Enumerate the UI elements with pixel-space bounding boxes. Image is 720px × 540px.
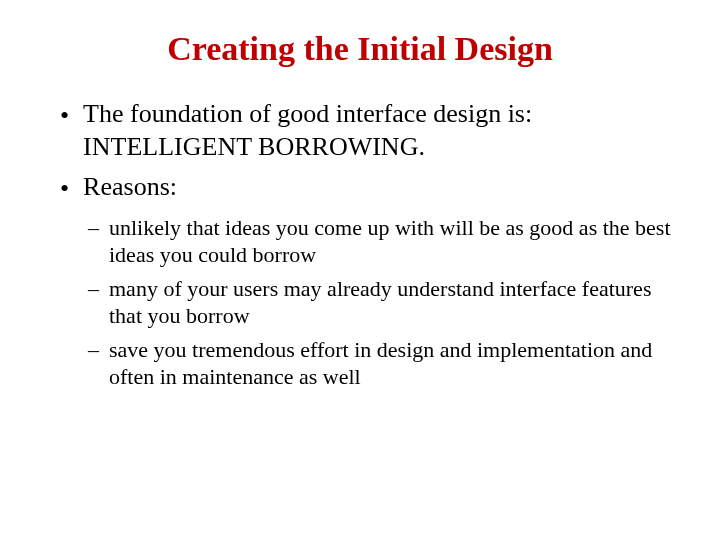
bullet-item: • The foundation of good interface desig… (60, 98, 680, 163)
main-bullet-list: • The foundation of good interface desig… (40, 98, 680, 206)
bullet-text: The foundation of good interface design … (83, 98, 680, 163)
sub-bullet-marker: – (88, 275, 99, 303)
slide-title: Creating the Initial Design (40, 30, 680, 68)
sub-bullet-marker: – (88, 336, 99, 364)
sub-bullet-text: unlikely that ideas you come up with wil… (109, 214, 680, 269)
sub-bullet-item: – save you tremendous effort in design a… (88, 336, 680, 391)
sub-bullet-text: save you tremendous effort in design and… (109, 336, 680, 391)
bullet-text: Reasons: (83, 171, 680, 204)
sub-bullet-text: many of your users may already understan… (109, 275, 680, 330)
slide-container: Creating the Initial Design • The founda… (0, 0, 720, 540)
sub-bullet-item: – many of your users may already underst… (88, 275, 680, 330)
bullet-marker: • (60, 173, 69, 206)
sub-bullet-item: – unlikely that ideas you come up with w… (88, 214, 680, 269)
sub-bullet-list: – unlikely that ideas you come up with w… (40, 214, 680, 391)
bullet-marker: • (60, 100, 69, 133)
bullet-item: • Reasons: (60, 171, 680, 206)
sub-bullet-marker: – (88, 214, 99, 242)
